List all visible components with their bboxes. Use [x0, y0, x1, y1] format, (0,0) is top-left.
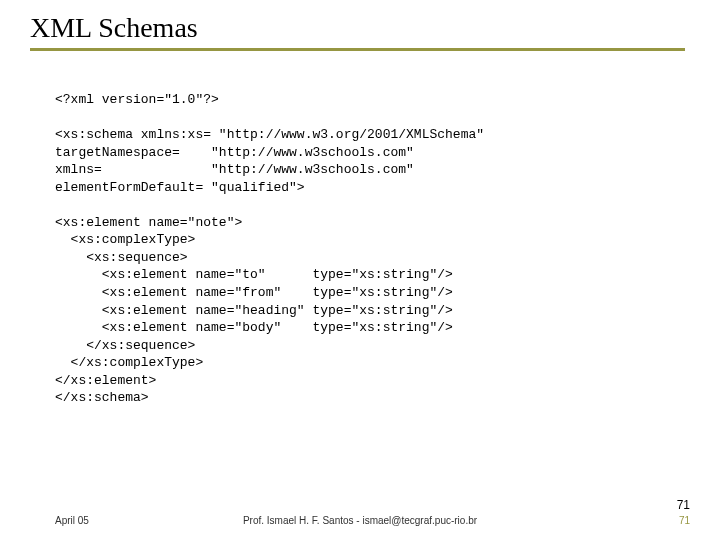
page-number-bottom: 71 — [679, 515, 690, 526]
code-block: <?xml version="1.0"?> <xs:schema xmlns:x… — [55, 91, 690, 407]
page-number-top: 71 — [677, 498, 690, 512]
slide-container: XML Schemas <?xml version="1.0"?> <xs:sc… — [0, 0, 720, 540]
page-title: XML Schemas — [30, 12, 690, 44]
title-underline — [30, 48, 685, 51]
footer-date: April 05 — [55, 515, 89, 526]
footer-author: Prof. Ismael H. F. Santos - ismael@tecgr… — [243, 515, 477, 526]
